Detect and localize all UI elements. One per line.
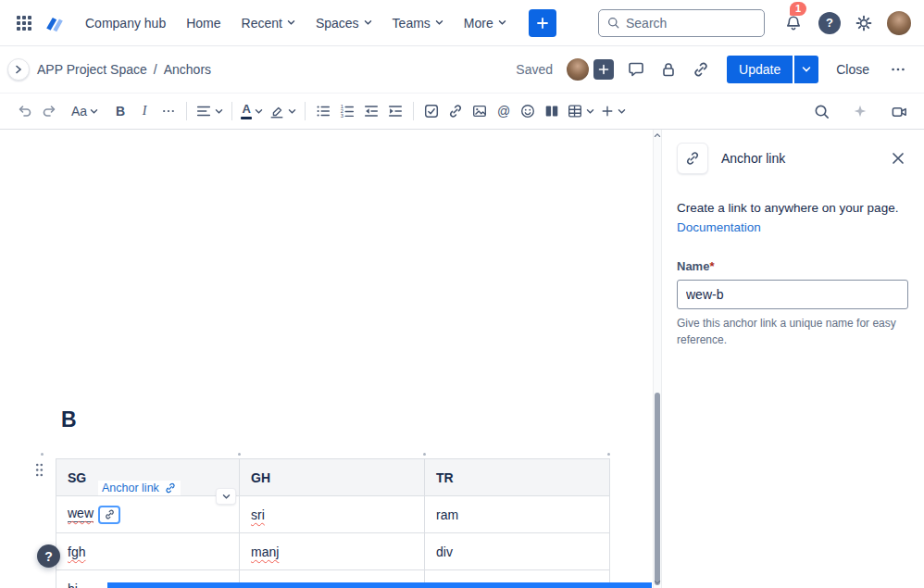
indent-button[interactable] — [383, 98, 407, 124]
mention-button[interactable]: @ — [492, 98, 516, 124]
text-color-dropdown[interactable]: A — [238, 98, 266, 124]
text-style-dropdown[interactable]: Aa — [69, 98, 101, 124]
app-switcher-button[interactable] — [13, 12, 35, 34]
layouts-button[interactable] — [540, 98, 564, 124]
bold-button[interactable]: B — [108, 98, 132, 124]
global-search[interactable] — [598, 9, 765, 37]
image-icon — [471, 103, 488, 119]
close-button[interactable]: Close — [827, 58, 879, 81]
task-list-button[interactable] — [419, 98, 443, 124]
ellipsis-icon — [161, 104, 176, 119]
scroll-up-icon[interactable] — [654, 132, 661, 138]
nav-spaces[interactable]: Spaces — [316, 16, 372, 31]
document-heading[interactable]: B — [61, 407, 77, 432]
undo-button[interactable] — [13, 98, 37, 124]
table-header-cell[interactable]: TR — [425, 459, 610, 496]
nav-more[interactable]: More — [464, 16, 506, 31]
panel-close-button[interactable] — [888, 148, 908, 169]
nav-company-hub[interactable]: Company hub — [85, 16, 166, 31]
collaborator-avatar[interactable] — [565, 56, 591, 82]
table-icon — [567, 103, 583, 119]
cell-options-button[interactable] — [217, 489, 235, 504]
user-avatar[interactable] — [887, 11, 911, 35]
table-drag-handle-icon[interactable] — [32, 460, 46, 480]
expand-sidebar-button[interactable] — [7, 58, 30, 81]
search-icon — [606, 16, 620, 30]
create-button[interactable] — [529, 9, 556, 37]
confluence-logo-icon[interactable] — [44, 13, 65, 33]
notification-badge[interactable]: 1 — [790, 2, 806, 16]
scroll-down-icon[interactable] — [654, 580, 661, 585]
anchor-link-panel: Anchor link Create a link to anywhere on… — [662, 130, 924, 588]
editor-scrollbar[interactable] — [653, 130, 662, 588]
table-cell[interactable]: ram — [425, 496, 610, 533]
page-header: APP Project Space / Anchors Saved Update — [0, 46, 924, 93]
alignment-dropdown[interactable] — [193, 98, 226, 124]
nav-home[interactable]: Home — [186, 16, 220, 31]
column-resize-dot — [423, 453, 426, 456]
table-dropdown[interactable] — [564, 98, 597, 124]
table-cell[interactable]: div — [425, 533, 610, 570]
numbered-list-button[interactable]: 123 — [335, 98, 359, 124]
anchor-chip[interactable] — [98, 506, 120, 524]
chevron-down-icon — [255, 108, 263, 115]
ai-button[interactable] — [848, 98, 872, 124]
close-icon — [892, 152, 905, 165]
text-format-more-button[interactable] — [156, 98, 181, 124]
toolbar-divider — [413, 102, 414, 120]
find-replace-button[interactable] — [809, 98, 833, 124]
outdent-button[interactable] — [359, 98, 383, 124]
breadcrumb-space-link[interactable]: APP Project Space — [37, 62, 147, 77]
toolbar-right-group — [809, 98, 911, 124]
chevron-right-icon — [15, 65, 22, 74]
table-cell[interactable]: wew — [56, 496, 240, 533]
required-asterisk: * — [709, 259, 714, 273]
table-cell[interactable]: manj — [240, 533, 425, 570]
table-header-cell[interactable]: GH — [240, 459, 425, 496]
nav-teams[interactable]: Teams — [393, 16, 443, 31]
chevron-down-icon — [288, 108, 296, 115]
question-glyph: ? — [826, 16, 833, 30]
insert-more-dropdown[interactable] — [597, 98, 629, 124]
highlight-color-dropdown[interactable] — [266, 98, 299, 124]
chevron-down-icon — [215, 108, 223, 115]
documentation-link[interactable]: Documentation — [677, 220, 761, 234]
search-input[interactable] — [626, 16, 756, 31]
anchor-name-input[interactable] — [677, 280, 908, 309]
name-field-helper: Give this anchor link a unique name for … — [677, 316, 897, 348]
link-icon — [447, 103, 464, 119]
help-fab-button[interactable]: ? — [37, 544, 60, 568]
more-actions-button[interactable] — [887, 58, 909, 81]
comment-button[interactable] — [624, 57, 648, 81]
content-table[interactable]: SG GH TR wew sri ram fg — [56, 458, 610, 588]
record-video-button[interactable] — [887, 98, 911, 124]
update-dropdown-button[interactable] — [794, 56, 818, 83]
column-resize-dot — [238, 453, 241, 456]
update-button[interactable]: Update — [727, 56, 793, 83]
table-cell[interactable]: sri — [240, 496, 425, 533]
emoji-button[interactable] — [516, 98, 540, 124]
horizontal-scrollbar[interactable] — [107, 582, 652, 588]
insert-image-button[interactable] — [468, 98, 492, 124]
insert-link-button[interactable] — [443, 98, 468, 124]
redo-button[interactable] — [37, 98, 61, 124]
copy-link-button[interactable] — [689, 57, 713, 81]
breadcrumb: APP Project Space / Anchors — [37, 62, 211, 77]
nav-recent[interactable]: Recent — [242, 16, 295, 31]
invite-button[interactable] — [592, 57, 616, 81]
breadcrumb-page-link[interactable]: Anchors — [164, 62, 211, 77]
settings-button[interactable] — [852, 11, 876, 35]
table-cell[interactable]: fgh — [56, 533, 240, 570]
help-button[interactable]: ? — [818, 12, 841, 34]
ellipsis-icon — [890, 61, 906, 78]
chevron-down-icon — [287, 19, 295, 26]
save-status: Saved — [516, 62, 553, 77]
editor-canvas[interactable]: B Anchor link SG GH TR — [0, 130, 653, 588]
italic-button[interactable]: I — [132, 98, 156, 124]
layout-columns-icon — [543, 103, 560, 119]
restrictions-button[interactable] — [656, 57, 681, 81]
search-icon — [813, 103, 830, 120]
bullet-list-button[interactable] — [311, 98, 335, 124]
scrollbar-thumb[interactable] — [655, 393, 660, 585]
anchor-link-hover-label[interactable]: Anchor link — [98, 481, 181, 495]
